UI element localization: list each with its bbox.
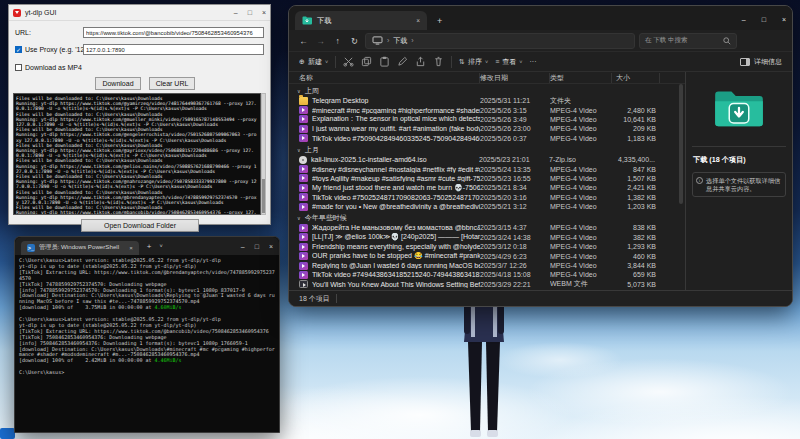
new-tab-button[interactable]: + [437,16,442,26]
file-name: I just wanna wear my outfit. #art #anima… [312,125,480,132]
group-header[interactable]: ∨今年早些时候 [289,213,685,223]
sort-button[interactable]: ⇅ 排序 ˅ [459,57,488,67]
clear-url-button[interactable]: Clear URL [149,77,195,90]
search-placeholder: 在 下载 中搜索 [645,36,723,45]
chevron-icon: ∨ [297,88,301,94]
maximize-button[interactable]: □ [762,16,766,23]
details-toggle-button[interactable]: 详细信息 [754,57,782,67]
table-row[interactable]: Жадорейта Не манызовому без момастова @b… [289,223,685,232]
search-box[interactable]: 在 下载 中搜索 [639,33,737,49]
minimize-button[interactable]: – [234,9,238,16]
column-header-3[interactable]: 大小 [612,73,660,83]
table-row[interactable]: Explanation：The sensor in optical mice w… [289,115,685,124]
column-header-1[interactable]: 修改日期 [480,73,550,83]
table-row[interactable]: You'll Wish You Knew About This Windows … [289,280,685,289]
breadcrumb[interactable]: › 下载 › [365,33,635,49]
ytdlp-log-scrollbar[interactable] [261,93,266,215]
share-icon[interactable] [415,56,426,67]
table-row[interactable]: My friend just stood there and watch me … [289,183,685,192]
download-button[interactable]: Download [95,77,141,90]
rename-icon[interactable] [397,56,408,67]
new-tab-button[interactable]: + [147,242,152,251]
copy-icon[interactable] [361,56,372,67]
table-row[interactable]: Friendship means everything, especially … [289,242,685,251]
explorer-command-bar: ⊕ 新建 ˅ ⇅ 排序 ˅ [289,52,792,72]
minimize-button[interactable]: – [742,16,746,23]
ytdlp-log[interactable]: Files will be downloaded to: C:\Users\ka… [13,93,261,215]
table-row[interactable]: TikTok video #7494438634185215240-749443… [289,270,685,279]
pane-title: 下载 (18 个项目) [693,155,785,165]
pane-hint: i 选择单个文件以获取详细信息并共享云内容。 [692,172,786,197]
explorer-address-bar: ← → ↑ ↻ › 下载 › 在 下载 中搜索 [289,30,792,52]
file-date: 2025/3/29 22:21 [480,281,550,288]
column-headers[interactable]: 名称修改日期类型大小 [289,72,685,84]
column-header-0[interactable]: 名称 [299,73,480,83]
open-download-folder-button[interactable]: Open Download Folder [81,219,199,232]
terminal-tab[interactable]: >_ 管理员: Windows PowerShell × [21,241,139,255]
file-size: 659 KB [612,271,660,278]
video-icon [299,252,308,260]
download-mp4-checkbox[interactable] [15,64,22,71]
desktop-icon-partial[interactable] [0,428,15,439]
explorer-tab-strip[interactable]: 下载 × + – □ × [289,6,792,30]
tab-dropdown-button[interactable]: ˅ [159,243,162,249]
log-line: Running: yt-dlp https://www.tiktok.com/@… [16,132,258,142]
explorer-tab-downloads[interactable]: 下载 × [295,11,427,30]
use-proxy-checkbox[interactable]: ✓ [15,46,22,53]
file-type: MPEG-4 Video [550,107,612,114]
back-button[interactable]: ← [297,36,310,46]
ytdlp-titlebar[interactable]: yt-dlp GUI – □ × [9,5,270,21]
cut-icon[interactable] [343,56,354,67]
up-button[interactable]: ↑ [331,36,344,46]
breadcrumb-downloads[interactable]: 下载 [393,36,407,46]
maximize-button[interactable]: □ [255,243,259,250]
log-line: Running: yt-dlp https://www.tiktok.com/@… [16,164,258,174]
file-type: MPEG-4 Video [550,125,612,132]
file-type: WEBM 文件 [550,279,612,289]
status-bar: 18 个项目 [289,290,792,306]
table-row[interactable]: #made for you • New @breathedivinity a @… [289,202,685,211]
downloads-folder-large-icon [713,88,765,132]
more-button[interactable]: ··· [530,58,537,65]
table-row[interactable]: [LL|TJ] ≫ @elios 100k≫💀 [240p2025] ——— [… [289,233,685,242]
close-button[interactable]: × [262,9,266,16]
group-header[interactable]: ∨上月 [289,145,685,155]
view-button[interactable]: ≡ 查看 ˅ [495,57,522,67]
proxy-input[interactable] [83,44,264,55]
table-row[interactable]: Telegram Desktop2025/5/31 11:21文件夹 [289,96,685,105]
table-row[interactable]: OUR pranks have to be stopped 😂 #minecra… [289,251,685,260]
video-icon [299,262,308,270]
table-row[interactable]: I just wanna wear my outfit. #art #anima… [289,124,685,133]
column-header-2[interactable]: 类型 [550,73,612,83]
tab-close-icon[interactable]: × [129,244,133,251]
terminal-titlebar[interactable]: >_ 管理员: Windows PowerShell × + ˅ – □ × [15,237,279,255]
file-size: 1,203 KB [612,203,660,210]
file-list: ∨上周Telegram Desktop2025/5/31 11:21文件夹#mi… [289,86,685,289]
minimize-button[interactable]: – [241,243,245,250]
close-button[interactable]: × [269,243,273,250]
file-name: OUR pranks have to be stopped 😂 #minecra… [312,252,480,260]
group-header[interactable]: ∨上周 [289,86,685,96]
table-row[interactable]: #disney #disneychannel #nostalgia #netfl… [289,164,685,173]
new-button[interactable]: ⊕ 新建 ˅ [299,57,328,67]
table-row[interactable]: #toys Agility #makeup #satisfying #asmr … [289,174,685,183]
table-row[interactable]: TikTok video #7509042849460335245-750904… [289,134,685,143]
url-input[interactable] [83,27,264,38]
table-row[interactable]: kali-linux-2025.1c-installer-amd64.iso20… [289,155,685,164]
scrollbar-thumb[interactable] [262,179,265,213]
file-type: MPEG-4 Video [550,234,612,241]
delete-icon[interactable] [433,56,444,67]
maximize-button[interactable]: □ [248,9,252,16]
refresh-button[interactable]: ↻ [348,36,361,46]
table-row[interactable]: #minecraft #mc #pcgaming #highperformanc… [289,105,685,114]
forward-button[interactable]: → [314,36,327,46]
terminal-output[interactable]: C:\Users\kasus>Latest version: stable@20… [15,255,279,379]
file-size: 382 KB [612,234,660,241]
table-row[interactable]: Replying to @Juan I wasted 6 days runnin… [289,261,685,270]
paste-icon[interactable] [379,56,390,67]
file-name: #minecraft #mc #pcgaming #highperformanc… [312,107,480,114]
list-scrollbar[interactable] [679,84,683,204]
tab-close-icon[interactable]: × [416,17,420,24]
table-row[interactable]: TikTok video #7502524871709082063-750252… [289,193,685,202]
close-button[interactable]: × [782,16,786,23]
